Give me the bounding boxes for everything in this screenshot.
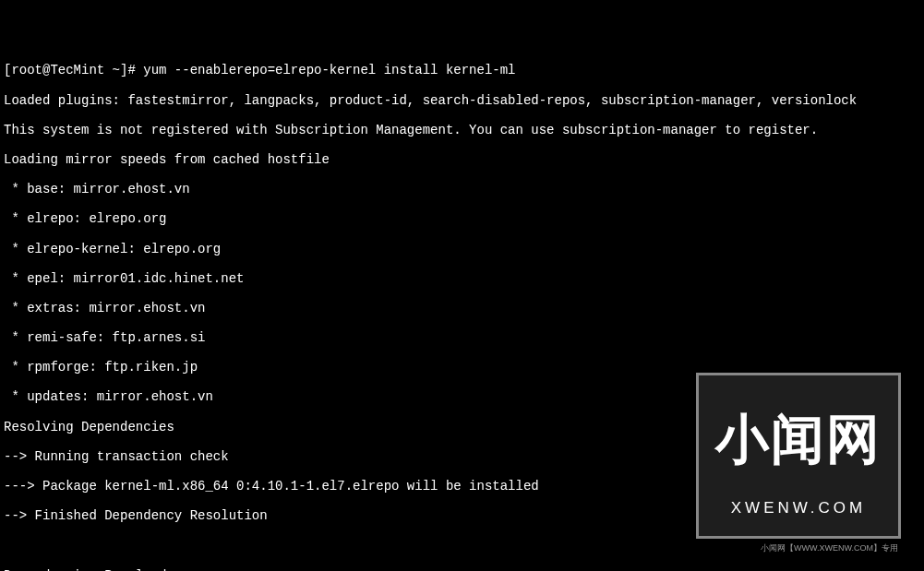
mirror-base: * base: mirror.ehost.vn: [4, 182, 920, 196]
watermark-main-text: 小闻网: [715, 412, 882, 466]
mirror-elrepo-kernel: * elrepo-kernel: elrepo.org: [4, 242, 920, 256]
watermark-sub-text: XWENW.COM: [715, 499, 882, 517]
mirror-epel: * epel: mirror01.idc.hinet.net: [4, 271, 920, 286]
watermark-footer: 小闻网【WWW.XWENW.COM】专用: [761, 543, 898, 553]
shell-command: yum --enablerepo=elrepo-kernel install k…: [143, 63, 515, 77]
shell-prompt: [root@TecMint ~]#: [4, 63, 143, 77]
mirror-elrepo: * elrepo: elrepo.org: [4, 211, 920, 226]
mirror-remi-safe: * remi-safe: ftp.arnes.si: [4, 330, 920, 345]
output-plugins: Loaded plugins: fastestmirror, langpacks…: [4, 93, 920, 108]
watermark: 小闻网 XWENW.COM: [696, 373, 901, 539]
output-registration: This system is not registered with Subsc…: [4, 123, 920, 137]
deps-resolved: Dependencies Resolved: [4, 568, 920, 571]
command-prompt-line: [root@TecMint ~]# yum --enablerepo=elrep…: [4, 63, 920, 77]
output-loading-mirrors: Loading mirror speeds from cached hostfi…: [4, 152, 920, 167]
mirror-extras: * extras: mirror.ehost.vn: [4, 301, 920, 315]
